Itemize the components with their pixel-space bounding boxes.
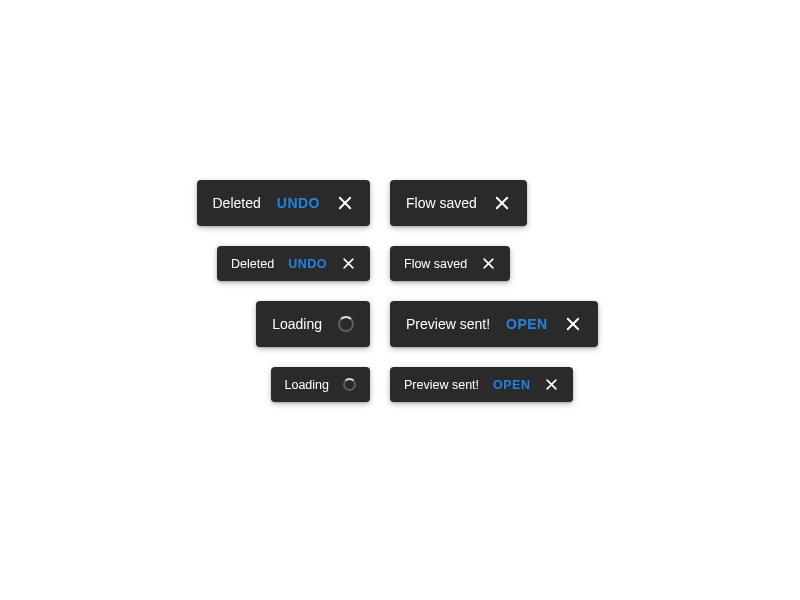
snackbar-message: Loading [285, 378, 330, 392]
snackbar-loading: Loading [256, 301, 370, 347]
close-button[interactable] [493, 194, 511, 212]
snackbar-message: Preview sent! [404, 378, 479, 392]
snackbar-message: Loading [272, 316, 322, 332]
spinner-icon [343, 378, 356, 391]
snackbar-loading: Loading [271, 367, 371, 402]
close-button[interactable] [544, 377, 559, 392]
close-icon [493, 194, 511, 212]
close-button[interactable] [564, 315, 582, 333]
close-button[interactable] [341, 256, 356, 271]
snackbar-message: Deleted [231, 257, 274, 271]
close-button[interactable] [336, 194, 354, 212]
snackbar-message: Flow saved [404, 257, 467, 271]
close-icon [336, 194, 354, 212]
snackbar-preview-sent: Preview sent! OPEN [390, 367, 573, 402]
close-icon [341, 256, 356, 271]
snackbar-message: Deleted [213, 195, 261, 211]
open-button[interactable]: OPEN [493, 378, 530, 392]
close-icon [481, 256, 496, 271]
snackbar-message: Preview sent! [406, 316, 490, 332]
undo-button[interactable]: UNDO [277, 195, 320, 211]
close-icon [544, 377, 559, 392]
close-icon [564, 315, 582, 333]
spinner-icon [338, 316, 354, 332]
snackbar-deleted: Deleted UNDO [217, 246, 370, 281]
snackbar-flow-saved: Flow saved [390, 246, 510, 281]
snackbar-flow-saved: Flow saved [390, 180, 527, 226]
snackbar-deleted: Deleted UNDO [197, 180, 371, 226]
snackbar-preview-sent: Preview sent! OPEN [390, 301, 598, 347]
close-button[interactable] [481, 256, 496, 271]
undo-button[interactable]: UNDO [288, 257, 327, 271]
snackbar-message: Flow saved [406, 195, 477, 211]
open-button[interactable]: OPEN [506, 316, 548, 332]
